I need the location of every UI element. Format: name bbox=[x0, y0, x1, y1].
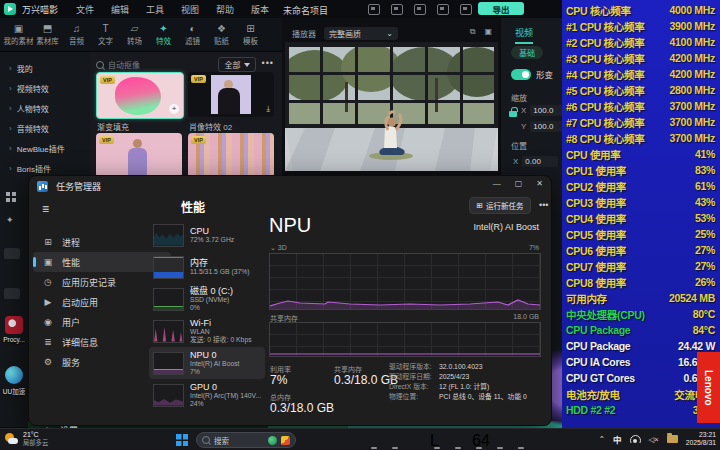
taskbar-app-icon[interactable] bbox=[367, 432, 381, 446]
toolbar-icon[interactable] bbox=[460, 4, 472, 15]
scale-label: 缩放 bbox=[511, 92, 527, 103]
toolbar-icon[interactable] bbox=[391, 4, 403, 15]
performance-list-item[interactable]: CPU 72% 3.72 GHz bbox=[149, 219, 265, 251]
effect-card-portrait-02[interactable]: ⤓ VIP bbox=[188, 72, 274, 117]
transform-toggle[interactable] bbox=[511, 69, 531, 80]
menu-item[interactable]: 视图 bbox=[181, 3, 199, 16]
dock-grid-icon[interactable] bbox=[6, 192, 16, 202]
hardware-monitor-overlay: CPU 核心频率 4000 MHz #1 CPU 核心频率 3900 MHz #… bbox=[562, 0, 720, 428]
engine-selector[interactable]: ⌄ 3D bbox=[270, 244, 287, 252]
effect-card[interactable]: VIP bbox=[188, 133, 274, 178]
taskbar-app-icon[interactable]: L bbox=[430, 432, 444, 446]
position-x-input[interactable]: 0.00 bbox=[522, 156, 558, 167]
export-button[interactable]: 导出 bbox=[478, 2, 524, 15]
effects-search-input[interactable]: 自动抠像 bbox=[96, 58, 206, 71]
taskbar-app-icon[interactable] bbox=[409, 432, 423, 446]
filmora-tab[interactable]: ✦ 特效 bbox=[149, 23, 178, 46]
quality-dropdown[interactable]: 完整画质 ⌄ bbox=[324, 27, 398, 40]
menu-item[interactable]: 工具 bbox=[146, 3, 164, 16]
link-lock-icon[interactable] bbox=[509, 111, 517, 117]
add-effect-icon[interactable]: + bbox=[169, 104, 179, 114]
performance-list-item[interactable]: NPU 0 Intel(R) AI Boost 7% bbox=[149, 347, 265, 379]
effect-category-item[interactable]: › 我的 bbox=[0, 58, 90, 78]
effect-card-gradient-fill[interactable]: + VIP bbox=[96, 72, 184, 119]
filmora-tab[interactable]: ⬒ 素材库 bbox=[33, 23, 62, 46]
media-thumb[interactable] bbox=[4, 288, 20, 299]
pill-basic[interactable]: 基础 bbox=[511, 46, 543, 59]
effect-category-item[interactable]: › 人物特效 bbox=[0, 98, 90, 118]
effect-category-item[interactable]: › 音频特效 bbox=[0, 118, 90, 138]
taskbar-app-icon[interactable] bbox=[388, 432, 402, 446]
video-preview[interactable] bbox=[285, 42, 498, 171]
taskbar-app-icon[interactable] bbox=[514, 432, 528, 446]
performance-list-item[interactable]: Wi-Fi WLAN 发送: 0 接收: 0 Kbps bbox=[149, 315, 265, 347]
sparkline-thumbnail bbox=[153, 320, 184, 343]
filmora-tab[interactable]: ◐ 滤镜 bbox=[178, 23, 207, 46]
task-manager-titlebar[interactable]: 任务管理器 bbox=[29, 176, 551, 196]
filmora-logo-icon[interactable] bbox=[4, 3, 16, 15]
chevron-right-icon: › bbox=[9, 64, 12, 73]
taskbar-app-icon[interactable] bbox=[304, 432, 318, 446]
menu-item[interactable]: 编辑 bbox=[111, 3, 129, 16]
effect-category-item[interactable]: › NewBlue插件 bbox=[0, 138, 90, 158]
performance-list-item[interactable]: 内存 11.5/31.5 GB (37%) bbox=[149, 251, 265, 283]
clock[interactable]: 23:21 2025/8/31 bbox=[686, 431, 716, 448]
tray-chevron-icon[interactable]: ⌃ bbox=[598, 435, 605, 444]
volume-muted-icon[interactable]: ◁× bbox=[649, 435, 659, 444]
taskbar-app-icon[interactable] bbox=[325, 432, 339, 446]
desktop-icon-procyon[interactable]: Procy... bbox=[1, 316, 27, 343]
toolbar-icon[interactable] bbox=[368, 4, 380, 15]
weather-widget[interactable]: 21°C 局部多云 bbox=[5, 431, 48, 447]
filmora-tab[interactable]: ▣ 我的素材 bbox=[4, 23, 33, 46]
ime-indicator[interactable]: 中 bbox=[613, 433, 622, 445]
hw-monitor-row: #6 CPU 核心频率 3700 MHz bbox=[562, 98, 720, 114]
filmora-tab[interactable]: ⊞ 模板 bbox=[236, 23, 265, 46]
snapshot-icon[interactable]: ▣ bbox=[484, 27, 492, 37]
sparkline-thumbnail bbox=[153, 384, 184, 407]
more-options-button[interactable]: ••• bbox=[539, 200, 548, 210]
tray-folder-icon[interactable] bbox=[667, 435, 678, 443]
toolbar-icon[interactable] bbox=[414, 4, 426, 15]
filmora-tab[interactable]: ♫ 音频 bbox=[62, 23, 91, 46]
effect-category-item[interactable]: › 视频特效 bbox=[0, 78, 90, 98]
filter-all-button[interactable]: 全部 bbox=[218, 57, 256, 72]
vip-badge: VIP bbox=[100, 76, 115, 84]
chevron-right-icon: › bbox=[9, 104, 12, 113]
performance-list-item[interactable]: 磁盘 0 (C:) SSD (NVMe) 0% bbox=[149, 283, 265, 315]
screen: 万兴喵影 文件编辑工具视图帮助版本 未命名项目 导出 ▣ 我的素材 ⬒ 素材库 … bbox=[0, 0, 720, 450]
magic-wand-icon[interactable]: ✦ bbox=[6, 215, 14, 225]
media-thumb[interactable] bbox=[4, 248, 20, 259]
crop-icon[interactable]: ⧉ bbox=[470, 27, 476, 37]
menu-item[interactable]: 版本 bbox=[251, 3, 269, 16]
taskbar-search[interactable]: 搜索 bbox=[196, 432, 296, 448]
taskbar-app-icon[interactable]: 64 bbox=[472, 432, 486, 446]
run-new-task-button[interactable]: ⊞ 运行新任务 bbox=[469, 197, 531, 214]
filmora-tab[interactable]: T 文字 bbox=[91, 23, 120, 46]
tab-icon: ❖ bbox=[217, 23, 226, 34]
hamburger-menu-icon[interactable]: ≡ bbox=[42, 202, 49, 216]
uu-booster-icon bbox=[5, 366, 23, 384]
toolbar-icon[interactable] bbox=[437, 4, 449, 15]
menu-item[interactable]: 文件 bbox=[76, 3, 94, 16]
taskbar-app-icon[interactable] bbox=[346, 432, 360, 446]
wifi-icon[interactable] bbox=[630, 435, 641, 443]
filmora-tab[interactable]: ❖ 贴纸 bbox=[207, 23, 236, 46]
scale-x-input[interactable]: 100.0 bbox=[530, 105, 566, 116]
scale-y-input[interactable]: 100.0 bbox=[530, 121, 566, 132]
performance-list-item[interactable]: GPU 0 Intel(R) Arc(TM) 140V... 24% bbox=[149, 379, 265, 411]
tab-video[interactable]: 视频 bbox=[515, 26, 533, 44]
start-button[interactable] bbox=[176, 434, 188, 446]
effects-more-button[interactable]: ••• bbox=[262, 58, 274, 68]
desktop-icon-uu-booster[interactable]: UU加速 bbox=[1, 366, 27, 396]
close-button[interactable]: ✕ bbox=[536, 179, 543, 188]
download-icon[interactable]: ⤓ bbox=[266, 104, 270, 114]
minimize-button[interactable]: — bbox=[493, 179, 501, 188]
filmora-tab[interactable]: ▱ 转场 bbox=[120, 23, 149, 46]
taskbar-app-icon[interactable] bbox=[451, 432, 465, 446]
taskbar-app-icon[interactable] bbox=[493, 432, 507, 446]
taskbar-app-icon[interactable] bbox=[535, 432, 549, 446]
maximize-button[interactable]: ▢ bbox=[515, 179, 523, 188]
player-label: 播放器 bbox=[292, 28, 316, 39]
menu-item[interactable]: 帮助 bbox=[216, 3, 234, 16]
effect-card[interactable]: VIP bbox=[96, 133, 182, 178]
